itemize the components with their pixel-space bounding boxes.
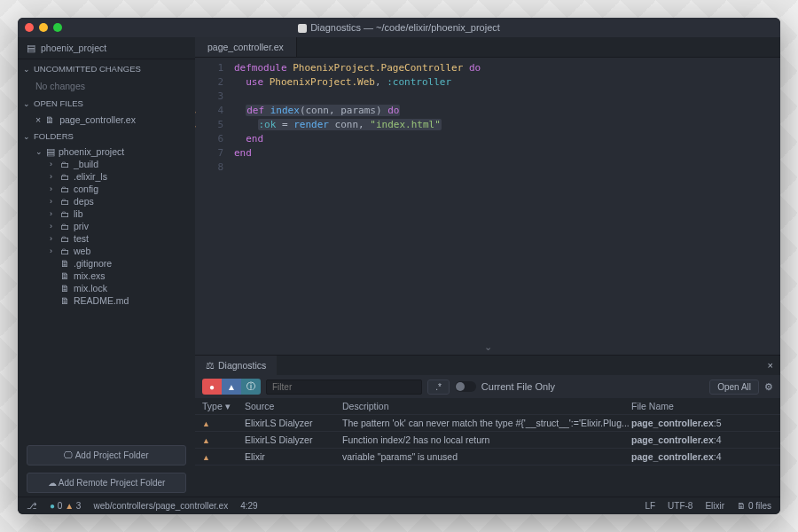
tree-folder[interactable]: ›🗀_build [18,158,195,170]
chevron-right-icon: › [50,234,57,243]
chevron-right-icon: › [50,160,57,168]
current-file-label: Current File Only [481,381,555,392]
editor-area: page_controller.ex 1 2 3 4 5 6 7 8 defmo… [195,37,780,497]
diagnostics-table: Type ▾ Source Description File Name ▲Eli… [195,398,780,497]
file-icon: 🗎 [60,258,70,269]
chevron-right-icon: › [50,172,57,181]
section-uncommitted[interactable]: ⌄ UNCOMMITTED CHANGES [18,59,195,78]
warning-icon: ▲ [202,436,210,445]
section-folders[interactable]: ⌄ FOLDERS [18,127,195,145]
file-icon: 🗎 [60,295,70,306]
tree-folder[interactable]: ›🗀config [18,183,195,195]
chevron-right-icon: › [50,222,57,231]
folder-icon: 🗀 [60,221,70,231]
section-open-files[interactable]: ⌄ OPEN FILES [18,94,195,113]
chevron-right-icon: › [50,246,57,255]
project-name: phoenix_project [41,43,106,53]
window-title: Diagnostics — ~/code/elixir/phoenix_proj… [18,22,780,33]
sidebar: ▤ phoenix_project ⌄ UNCOMMITTED CHANGES … [18,37,195,497]
diagnostics-tab[interactable]: ⚖ Diagnostics [195,356,277,375]
editor-tabs: page_controller.ex [195,37,780,58]
editor-tab[interactable]: page_controller.ex [195,37,297,57]
current-file-toggle[interactable] [455,381,476,392]
folder-icon: 🗀 [60,233,70,244]
project-tab[interactable]: ▤ phoenix_project [18,37,195,59]
files-count[interactable]: 🗎 0 files [737,501,771,511]
panel-tabs: ⚖ Diagnostics × [195,356,780,375]
diagnostics-icon: ⚖ [206,360,215,371]
line-ending[interactable]: LF [645,501,655,511]
tree-folder[interactable]: ›🗀deps [18,195,195,207]
tree-folder[interactable]: ›🗀.elixir_ls [18,170,195,183]
chevron-down-icon: ⌄ [23,99,30,108]
folder-icon: 🗀 [60,184,70,194]
statusbar: ⎇ ● 0 ▲ 3 web/controllers/page_controlle… [18,497,780,514]
monitor-icon: 🖵 [64,450,73,460]
cursor-position[interactable]: 4:29 [240,501,257,511]
tree-file[interactable]: 🗎mix.exs [18,270,195,282]
project-icon: ▤ [27,43,35,53]
project-folder-icon: ▤ [46,146,55,157]
folder-icon: 🗀 [60,246,70,256]
info-filter-icon[interactable]: ⓘ [241,379,261,395]
folder-icon: 🗀 [60,159,70,169]
file-icon: 🗎 [45,114,55,125]
diagnostics-toolbar: ● ▲ ⓘ .* Current File Only Open All ⚙ [195,375,780,398]
tree-file[interactable]: 🗎.gitignore [18,257,195,270]
tree-folder[interactable]: ›🗀test [18,232,195,245]
error-count[interactable]: ● 0 ▲ 3 [50,501,81,511]
regex-toggle[interactable]: .* [427,379,450,395]
folder-icon: 🗀 [60,171,70,182]
no-changes-label: No changes [18,78,195,94]
open-all-button[interactable]: Open All [709,379,759,395]
warning-filter-icon[interactable]: ▲ [222,379,241,395]
table-header: Type ▾ Source Description File Name [195,398,780,415]
severity-filter[interactable]: ● ▲ ⓘ [202,379,261,395]
folder-icon: 🗀 [60,208,70,219]
error-filter-icon[interactable]: ● [202,379,222,395]
file-path[interactable]: web/controllers/page_controller.ex [93,501,228,511]
add-project-folder-button[interactable]: 🖵 Add Project Folder [27,445,186,466]
encoding[interactable]: UTF-8 [668,501,692,511]
diagnostic-row[interactable]: ▲ElixirLS DialyzerThe pattern 'ok' can n… [195,415,780,432]
gutter: 1 2 3 4 5 6 7 8 [195,58,231,340]
chevron-down-icon: ⌄ [35,147,43,156]
chevron-right-icon: › [50,197,57,206]
chevron-right-icon: › [50,184,57,193]
gear-icon[interactable]: ⚙ [764,381,773,393]
tree-folder[interactable]: ›🗀web [18,245,195,257]
file-icon: 🗎 [60,270,70,281]
add-remote-project-button[interactable]: ☁ Add Remote Project Folder [27,473,186,493]
titlebar: Diagnostics — ~/code/elixir/phoenix_proj… [18,18,780,37]
file-icon: 🗎 [60,283,70,293]
tree-folder[interactable]: ›🗀lib [18,207,195,220]
diagnostic-row[interactable]: ▲Elixirvariable "params" is unusedpage_c… [195,449,780,466]
tree-root[interactable]: ⌄ ▤ phoenix_project [18,145,195,158]
folder-icon: 🗀 [60,196,70,207]
warning-icon: ▲ [202,419,210,428]
chevron-down-icon: ⌄ [23,65,30,74]
tree-file[interactable]: 🗎mix.lock [18,282,195,294]
code-editor[interactable]: 1 2 3 4 5 6 7 8 defmodule PhoenixProject… [195,58,780,340]
chevron-down-icon: ⌄ [23,132,30,141]
close-icon[interactable]: × [35,114,41,125]
warning-icon: ▲ [202,453,210,462]
cloud-icon: ☁ [48,478,57,488]
close-panel-button[interactable]: × [761,356,780,374]
file-icon [298,24,307,33]
diagnostic-row[interactable]: ▲ElixirLS DialyzerFunction index/2 has n… [195,432,780,449]
panel-collapse-button[interactable]: ⌄ [195,340,780,355]
filter-input[interactable] [266,379,422,395]
open-file-item[interactable]: × 🗎 page_controller.ex [18,113,195,127]
diagnostics-panel: ⚖ Diagnostics × ● ▲ ⓘ .* Current File On… [195,355,780,497]
branch-icon[interactable]: ⎇ [27,501,37,511]
editor-window: Diagnostics — ~/code/elixir/phoenix_proj… [18,18,780,514]
code-content[interactable]: defmodule PhoenixProject.PageController … [231,58,481,340]
chevron-right-icon: › [50,209,57,218]
tree-file[interactable]: 🗎README.md [18,294,195,307]
tree-folder[interactable]: ›🗀priv [18,220,195,232]
language-mode[interactable]: Elixir [705,501,724,511]
